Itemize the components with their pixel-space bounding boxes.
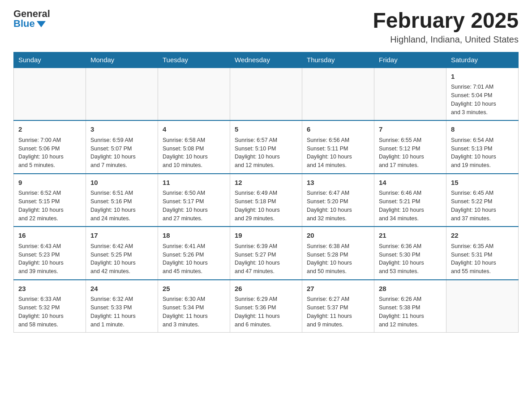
- day-info: Sunrise: 6:35 AM Sunset: 5:31 PM Dayligh…: [451, 242, 514, 276]
- day-number: 16: [18, 231, 81, 241]
- day-number: 27: [307, 284, 369, 294]
- day-info: Sunrise: 6:57 AM Sunset: 5:10 PM Dayligh…: [235, 136, 297, 170]
- day-number: 26: [235, 284, 297, 294]
- day-number: 12: [235, 178, 297, 188]
- day-number: 22: [451, 231, 514, 241]
- calendar-week-row: 16Sunrise: 6:43 AM Sunset: 5:23 PM Dayli…: [14, 227, 519, 280]
- calendar-cell: 5Sunrise: 6:57 AM Sunset: 5:10 PM Daylig…: [230, 120, 302, 174]
- calendar-cell: 21Sunrise: 6:36 AM Sunset: 5:30 PM Dayli…: [374, 227, 446, 280]
- day-info: Sunrise: 6:41 AM Sunset: 5:26 PM Dayligh…: [163, 242, 225, 276]
- calendar-week-row: 23Sunrise: 6:33 AM Sunset: 5:32 PM Dayli…: [14, 280, 519, 333]
- day-info: Sunrise: 6:55 AM Sunset: 5:12 PM Dayligh…: [379, 136, 442, 170]
- calendar-cell: 18Sunrise: 6:41 AM Sunset: 5:26 PM Dayli…: [158, 227, 230, 280]
- day-info: Sunrise: 6:49 AM Sunset: 5:18 PM Dayligh…: [235, 189, 297, 223]
- calendar-cell: 17Sunrise: 6:42 AM Sunset: 5:25 PM Dayli…: [86, 227, 158, 280]
- day-info: Sunrise: 7:00 AM Sunset: 5:06 PM Dayligh…: [18, 136, 81, 170]
- calendar-header-tuesday: Tuesday: [158, 52, 230, 68]
- day-number: 25: [163, 284, 225, 294]
- calendar-cell: 19Sunrise: 6:39 AM Sunset: 5:27 PM Dayli…: [230, 227, 302, 280]
- day-number: 2: [18, 124, 81, 135]
- day-number: 14: [379, 178, 442, 188]
- day-info: Sunrise: 6:47 AM Sunset: 5:20 PM Dayligh…: [307, 189, 369, 223]
- day-number: 5: [235, 124, 297, 135]
- logo-arrow-icon: [37, 21, 46, 27]
- calendar-cell: 20Sunrise: 6:38 AM Sunset: 5:28 PM Dayli…: [302, 227, 374, 280]
- calendar-week-row: 2Sunrise: 7:00 AM Sunset: 5:06 PM Daylig…: [14, 120, 519, 174]
- calendar-table: SundayMondayTuesdayWednesdayThursdayFrid…: [13, 52, 519, 333]
- calendar-cell: 25Sunrise: 6:30 AM Sunset: 5:34 PM Dayli…: [158, 280, 230, 333]
- calendar-cell: [230, 68, 302, 121]
- calendar-cell: [374, 68, 446, 121]
- day-info: Sunrise: 6:27 AM Sunset: 5:37 PM Dayligh…: [307, 295, 369, 329]
- calendar-cell: 22Sunrise: 6:35 AM Sunset: 5:31 PM Dayli…: [446, 227, 519, 280]
- day-number: 6: [307, 124, 369, 135]
- calendar-cell: 28Sunrise: 6:26 AM Sunset: 5:38 PM Dayli…: [374, 280, 446, 333]
- day-number: 1: [451, 72, 514, 82]
- calendar-cell: [446, 280, 519, 333]
- logo: General Blue: [13, 9, 50, 29]
- calendar-header-saturday: Saturday: [446, 52, 519, 68]
- calendar-cell: 26Sunrise: 6:29 AM Sunset: 5:36 PM Dayli…: [230, 280, 302, 333]
- day-number: 8: [451, 124, 514, 135]
- calendar-cell: 8Sunrise: 6:54 AM Sunset: 5:13 PM Daylig…: [446, 120, 519, 174]
- day-number: 13: [307, 178, 369, 188]
- day-info: Sunrise: 6:32 AM Sunset: 5:33 PM Dayligh…: [90, 295, 153, 329]
- day-info: Sunrise: 6:50 AM Sunset: 5:17 PM Dayligh…: [163, 189, 225, 223]
- calendar-header-row: SundayMondayTuesdayWednesdayThursdayFrid…: [14, 52, 519, 68]
- day-number: 19: [235, 231, 297, 241]
- day-number: 9: [18, 178, 81, 188]
- day-info: Sunrise: 6:52 AM Sunset: 5:15 PM Dayligh…: [18, 189, 81, 223]
- day-info: Sunrise: 6:45 AM Sunset: 5:22 PM Dayligh…: [451, 189, 514, 223]
- day-info: Sunrise: 6:46 AM Sunset: 5:21 PM Dayligh…: [379, 189, 442, 223]
- day-number: 23: [18, 284, 81, 294]
- location-text: Highland, Indiana, United States: [373, 34, 519, 45]
- calendar-header-monday: Monday: [86, 52, 158, 68]
- logo-general-text: General: [13, 9, 50, 19]
- logo-blue-text: Blue: [13, 19, 46, 29]
- day-info: Sunrise: 6:51 AM Sunset: 5:16 PM Dayligh…: [90, 189, 153, 223]
- calendar-cell: 23Sunrise: 6:33 AM Sunset: 5:32 PM Dayli…: [14, 280, 86, 333]
- day-info: Sunrise: 6:30 AM Sunset: 5:34 PM Dayligh…: [163, 295, 225, 329]
- day-info: Sunrise: 6:43 AM Sunset: 5:23 PM Dayligh…: [18, 242, 81, 276]
- calendar-week-row: 1Sunrise: 7:01 AM Sunset: 5:04 PM Daylig…: [14, 68, 519, 121]
- day-number: 17: [90, 231, 153, 241]
- calendar-header-friday: Friday: [374, 52, 446, 68]
- calendar-cell: 15Sunrise: 6:45 AM Sunset: 5:22 PM Dayli…: [446, 174, 519, 227]
- day-number: 4: [163, 124, 225, 135]
- calendar-cell: 4Sunrise: 6:58 AM Sunset: 5:08 PM Daylig…: [158, 120, 230, 174]
- day-info: Sunrise: 6:59 AM Sunset: 5:07 PM Dayligh…: [90, 136, 153, 170]
- day-number: 7: [379, 124, 442, 135]
- calendar-cell: 9Sunrise: 6:52 AM Sunset: 5:15 PM Daylig…: [14, 174, 86, 227]
- day-info: Sunrise: 6:33 AM Sunset: 5:32 PM Dayligh…: [18, 295, 81, 329]
- title-section: February 2025 Highland, Indiana, United …: [373, 9, 519, 45]
- calendar-cell: 3Sunrise: 6:59 AM Sunset: 5:07 PM Daylig…: [86, 120, 158, 174]
- calendar-cell: 10Sunrise: 6:51 AM Sunset: 5:16 PM Dayli…: [86, 174, 158, 227]
- calendar-week-row: 9Sunrise: 6:52 AM Sunset: 5:15 PM Daylig…: [14, 174, 519, 227]
- day-number: 10: [90, 178, 153, 188]
- day-number: 21: [379, 231, 442, 241]
- calendar-cell: 1Sunrise: 7:01 AM Sunset: 5:04 PM Daylig…: [446, 68, 519, 121]
- calendar-cell: 11Sunrise: 6:50 AM Sunset: 5:17 PM Dayli…: [158, 174, 230, 227]
- day-number: 3: [90, 124, 153, 135]
- day-info: Sunrise: 6:36 AM Sunset: 5:30 PM Dayligh…: [379, 242, 442, 276]
- day-number: 15: [451, 178, 514, 188]
- day-info: Sunrise: 6:39 AM Sunset: 5:27 PM Dayligh…: [235, 242, 297, 276]
- day-info: Sunrise: 7:01 AM Sunset: 5:04 PM Dayligh…: [451, 83, 514, 116]
- day-info: Sunrise: 6:54 AM Sunset: 5:13 PM Dayligh…: [451, 136, 514, 170]
- day-number: 24: [90, 284, 153, 294]
- day-info: Sunrise: 6:26 AM Sunset: 5:38 PM Dayligh…: [379, 295, 442, 329]
- day-number: 20: [307, 231, 369, 241]
- calendar-cell: [302, 68, 374, 121]
- calendar-cell: [14, 68, 86, 121]
- calendar-header-sunday: Sunday: [14, 52, 86, 68]
- calendar-cell: 16Sunrise: 6:43 AM Sunset: 5:23 PM Dayli…: [14, 227, 86, 280]
- calendar-cell: 13Sunrise: 6:47 AM Sunset: 5:20 PM Dayli…: [302, 174, 374, 227]
- calendar-cell: 14Sunrise: 6:46 AM Sunset: 5:21 PM Dayli…: [374, 174, 446, 227]
- day-number: 28: [379, 284, 442, 294]
- day-info: Sunrise: 6:29 AM Sunset: 5:36 PM Dayligh…: [235, 295, 297, 329]
- day-info: Sunrise: 6:58 AM Sunset: 5:08 PM Dayligh…: [163, 136, 225, 170]
- calendar-cell: 24Sunrise: 6:32 AM Sunset: 5:33 PM Dayli…: [86, 280, 158, 333]
- day-number: 11: [163, 178, 225, 188]
- calendar-cell: 2Sunrise: 7:00 AM Sunset: 5:06 PM Daylig…: [14, 120, 86, 174]
- calendar-cell: [86, 68, 158, 121]
